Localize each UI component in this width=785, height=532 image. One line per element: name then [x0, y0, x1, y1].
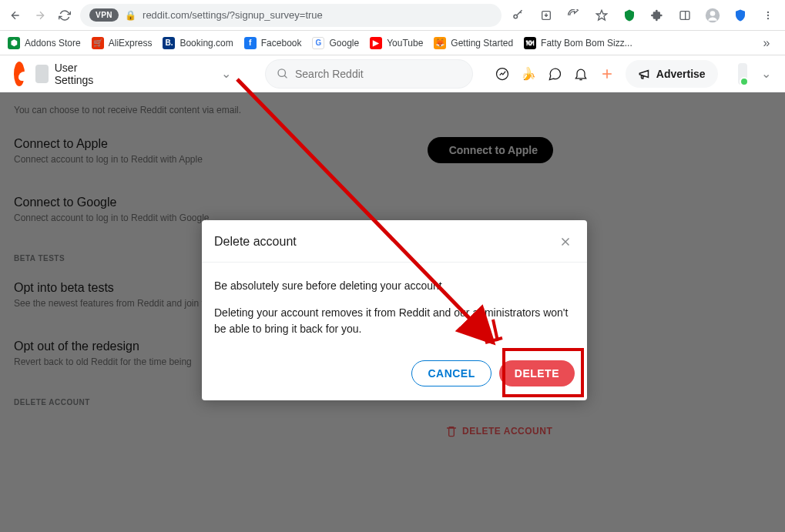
bookmark-youtube[interactable]: ▶YouTube	[370, 37, 423, 49]
search-box[interactable]	[265, 59, 473, 89]
bookmark-addons[interactable]: ⬢Addons Store	[8, 37, 81, 49]
reddit-logo-icon[interactable]	[14, 62, 25, 86]
create-post-icon[interactable]	[599, 60, 615, 88]
forward-button[interactable]	[31, 6, 49, 25]
bookmarks-overflow-icon[interactable]: »	[756, 32, 777, 54]
vpn-badge: VPN	[89, 8, 119, 22]
bookmark-google[interactable]: GGoogle	[312, 37, 359, 49]
browser-toolbar: VPN 🔒 reddit.com/settings/?signup_survey…	[0, 0, 785, 31]
svg-point-5	[710, 11, 716, 16]
chevron-down-icon[interactable]: ⌄	[761, 66, 771, 81]
install-icon[interactable]	[535, 5, 557, 26]
advertise-button[interactable]: Advertise	[626, 60, 718, 88]
svg-point-8	[767, 17, 769, 18]
bookmarks-bar: ⬢Addons Store 🛒AliExpress B.Booking.com …	[0, 31, 785, 55]
extensions-icon[interactable]	[646, 5, 668, 26]
megaphone-icon	[638, 67, 652, 81]
svg-line-10	[284, 75, 287, 78]
modal-warning-2: Deleting your account removes it from Re…	[214, 305, 575, 337]
close-icon	[559, 235, 572, 249]
bookmark-booking[interactable]: B.Booking.com	[163, 37, 233, 49]
address-bar[interactable]: VPN 🔒 reddit.com/settings/?signup_survey…	[80, 4, 502, 27]
reddit-header: User Settings ⌄ 🍌 Advertise ⌄	[0, 55, 785, 92]
svg-point-0	[514, 15, 518, 18]
popular-icon[interactable]	[495, 60, 510, 88]
modal-title: Delete account	[214, 235, 297, 249]
share-icon[interactable]	[563, 5, 585, 26]
bookmark-aliexpress[interactable]: 🛒AliExpress	[92, 37, 153, 49]
key-icon[interactable]	[508, 5, 529, 26]
page-title: User Settings	[55, 62, 99, 86]
sidepanel-icon[interactable]	[674, 5, 696, 26]
svg-point-7	[767, 14, 769, 15]
chevron-down-icon: ⌄	[221, 66, 231, 81]
close-button[interactable]	[556, 233, 575, 251]
profile-icon[interactable]	[702, 5, 723, 26]
svg-point-6	[767, 11, 769, 12]
star-icon[interactable]	[591, 5, 612, 26]
back-button[interactable]	[6, 6, 25, 25]
cancel-button[interactable]: CANCEL	[411, 360, 491, 386]
notifications-icon[interactable]	[573, 60, 589, 88]
modal-warning-1: Be absolutely sure before deleting your …	[214, 278, 575, 294]
bookmark-getting-started[interactable]: 🦊Getting Started	[434, 37, 513, 49]
search-input[interactable]	[295, 68, 461, 80]
page-selector[interactable]: User Settings ⌄	[35, 62, 231, 86]
delete-account-modal: Delete account Be absolutely sure before…	[202, 220, 587, 400]
lock-icon: 🔒	[125, 10, 136, 21]
user-menu[interactable]	[738, 63, 747, 85]
menu-icon[interactable]	[757, 5, 779, 26]
bookmark-fatty[interactable]: 🍽Fatty Bom Bom Sizz...	[524, 37, 632, 49]
svg-point-9	[278, 69, 285, 75]
url-text: reddit.com/settings/?signup_survey=true	[143, 9, 323, 21]
shield-icon[interactable]	[730, 5, 751, 26]
avatar-icon	[35, 65, 49, 83]
reload-button[interactable]	[55, 6, 74, 25]
chat-icon[interactable]	[547, 60, 562, 88]
bookmark-facebook[interactable]: fFacebook	[244, 37, 302, 49]
banana-icon[interactable]: 🍌	[521, 60, 536, 88]
search-icon	[277, 67, 289, 81]
adblock-icon[interactable]	[619, 5, 640, 26]
delete-button[interactable]: DELETE	[499, 360, 575, 386]
